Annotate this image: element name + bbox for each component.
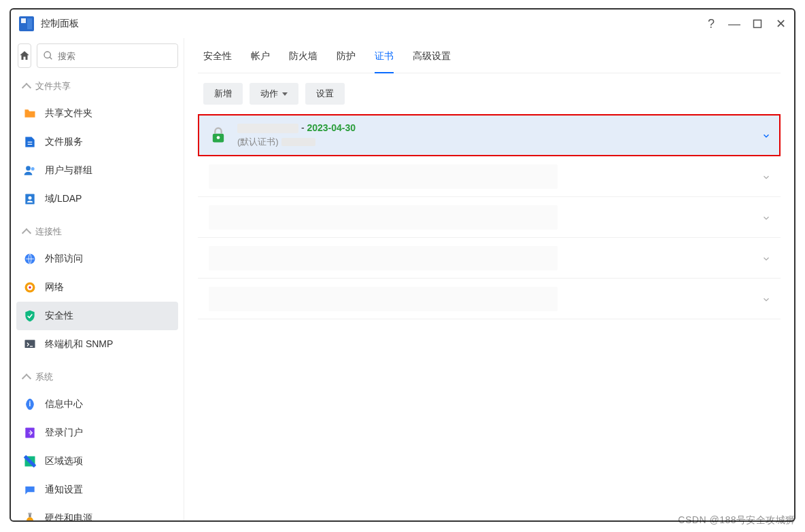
settings-button[interactable]: 设置 — [305, 83, 345, 105]
section-label: 文件共享 — [35, 80, 71, 92]
region-icon — [23, 455, 37, 468]
window: 控制面板 ? — ✕ 文件共享 — [10, 8, 795, 522]
sidebar-item-file-services[interactable]: 文件服务 — [11, 128, 184, 156]
search-field[interactable] — [37, 43, 178, 68]
search-input[interactable] — [58, 51, 172, 61]
notification-icon — [23, 483, 37, 497]
action-button[interactable]: 动作 — [250, 83, 298, 105]
search-icon — [43, 50, 54, 61]
help-icon[interactable]: ? — [706, 18, 717, 29]
sidebar-item-login-portal[interactable]: 登录门户 — [11, 419, 184, 447]
tab-advanced[interactable]: 高级设置 — [413, 50, 451, 73]
toolbar: 新增 动作 设置 — [198, 73, 781, 114]
svg-point-4 — [31, 167, 35, 171]
lock-icon — [209, 126, 228, 145]
redacted-item — [209, 205, 558, 230]
maximize-icon[interactable] — [752, 18, 763, 29]
file-service-icon — [23, 135, 37, 149]
tabs: 安全性 帐户 防火墙 防护 证书 高级设置 — [198, 38, 781, 73]
chevron-down-icon[interactable] — [761, 295, 770, 303]
minimize-icon[interactable]: — — [729, 18, 740, 29]
redacted-item — [209, 287, 558, 311]
chevron-down-icon[interactable] — [761, 173, 770, 181]
external-access-icon — [23, 252, 37, 266]
sidebar-item-label: 共享文件夹 — [45, 107, 92, 120]
folder-icon — [23, 107, 37, 120]
sidebar-item-users-groups[interactable]: 用户与群组 — [11, 156, 184, 185]
svg-point-15 — [27, 517, 33, 520]
sidebar-item-label: 信息中心 — [45, 398, 83, 410]
sidebar-item-label: 终端机和 SNMP — [45, 338, 113, 351]
section-header-file-sharing[interactable]: 文件共享 — [11, 73, 184, 99]
section-label: 连接性 — [35, 226, 62, 238]
caret-down-icon — [282, 92, 288, 96]
body: 文件共享 共享文件夹 文件服务 用户与群组 域/LDAP 连 — [11, 38, 794, 520]
tab-protection[interactable]: 防护 — [337, 50, 356, 73]
chevron-down-icon[interactable] — [761, 131, 770, 139]
sidebar: 文件共享 共享文件夹 文件服务 用户与群组 域/LDAP 连 — [11, 38, 184, 520]
certificate-item[interactable] — [198, 279, 781, 319]
sidebar-item-label: 外部访问 — [45, 253, 83, 265]
section-header-connectivity[interactable]: 连接性 — [11, 219, 184, 245]
portal-icon — [23, 426, 37, 440]
svg-text:i: i — [29, 400, 31, 408]
certificate-title: - 2023-04-30 — [237, 122, 761, 133]
section-header-system[interactable]: 系统 — [11, 364, 184, 390]
window-title: 控制面板 — [41, 18, 706, 30]
certificate-item[interactable] — [198, 156, 781, 197]
tab-firewall[interactable]: 防火墙 — [289, 50, 318, 73]
svg-point-1 — [44, 52, 50, 58]
network-icon — [23, 281, 37, 294]
add-button[interactable]: 新增 — [203, 83, 243, 105]
watermark: CSDN @188号安全攻城狮 — [678, 514, 795, 527]
default-cert-label: (默认证书) — [237, 136, 279, 148]
svg-rect-0 — [754, 20, 761, 28]
sidebar-item-label: 区域选项 — [45, 455, 83, 467]
sidebar-item-ldap[interactable]: 域/LDAP — [11, 185, 184, 213]
redacted-text — [281, 138, 315, 146]
ldap-icon — [23, 192, 37, 206]
sidebar-item-security[interactable]: 安全性 — [16, 302, 178, 330]
sidebar-item-label: 硬件和电源 — [45, 512, 92, 520]
svg-point-6 — [29, 196, 32, 200]
svg-line-2 — [50, 57, 52, 59]
terminal-icon — [23, 338, 37, 351]
home-button[interactable] — [18, 43, 31, 68]
users-icon — [23, 164, 37, 177]
chevron-up-icon — [22, 228, 31, 238]
sidebar-item-hardware-power[interactable]: 硬件和电源 — [11, 504, 184, 520]
certificate-date: 2023-04-30 — [307, 122, 356, 133]
hardware-icon — [23, 512, 37, 520]
svg-rect-11 — [25, 340, 35, 348]
redacted-item — [209, 246, 558, 270]
sidebar-item-label: 网络 — [45, 281, 64, 294]
sidebar-item-external-access[interactable]: 外部访问 — [11, 245, 184, 273]
certificate-item[interactable] — [198, 238, 781, 279]
sidebar-item-regional-options[interactable]: 区域选项 — [11, 447, 184, 476]
close-icon[interactable]: ✕ — [775, 18, 786, 29]
chevron-down-icon[interactable] — [761, 213, 770, 221]
tab-account[interactable]: 帐户 — [251, 50, 270, 73]
action-button-label: 动作 — [260, 88, 278, 100]
tab-certificate[interactable]: 证书 — [375, 50, 394, 73]
info-icon: i — [23, 397, 37, 411]
svg-rect-16 — [29, 513, 32, 515]
sidebar-item-shared-folder[interactable]: 共享文件夹 — [11, 99, 184, 128]
tab-security[interactable]: 安全性 — [203, 50, 232, 73]
sidebar-item-info-center[interactable]: i 信息中心 — [11, 390, 184, 419]
sidebar-top — [11, 43, 184, 73]
sidebar-item-label: 用户与群组 — [45, 164, 92, 177]
certificate-item[interactable] — [198, 197, 781, 238]
sidebar-item-label: 登录门户 — [45, 427, 83, 439]
svg-point-10 — [29, 286, 31, 288]
window-controls: ? — ✕ — [706, 18, 786, 29]
certificate-subtitle: (默认证书) — [237, 136, 761, 148]
chevron-down-icon[interactable] — [761, 254, 770, 262]
sidebar-item-network[interactable]: 网络 — [11, 273, 184, 302]
svg-point-3 — [26, 166, 31, 171]
sidebar-item-terminal-snmp[interactable]: 终端机和 SNMP — [11, 330, 184, 359]
titlebar: 控制面板 ? — ✕ — [11, 10, 794, 38]
sidebar-item-notification[interactable]: 通知设置 — [11, 476, 184, 504]
certificate-item[interactable]: - 2023-04-30 (默认证书) — [198, 114, 781, 156]
sidebar-item-label: 通知设置 — [45, 484, 83, 496]
